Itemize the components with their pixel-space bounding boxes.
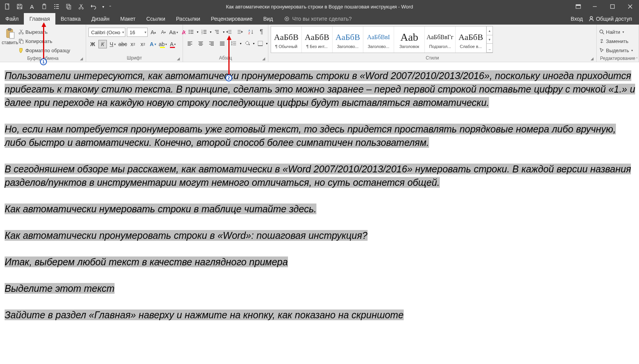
- close-icon[interactable]: [621, 0, 639, 13]
- svg-line-33: [602, 33, 604, 34]
- decrease-indent-button[interactable]: [225, 28, 234, 36]
- font-size-combo[interactable]: 16▾: [127, 28, 148, 37]
- increase-indent-button[interactable]: [235, 28, 245, 36]
- window-controls: [571, 0, 639, 13]
- svg-point-5: [79, 8, 80, 9]
- bullets-button[interactable]: ▾: [185, 28, 197, 36]
- svg-text:Z: Z: [248, 32, 250, 35]
- show-marks-button[interactable]: ¶: [257, 28, 266, 36]
- gallery-scroll[interactable]: ▴▾⎯: [486, 26, 493, 53]
- tab-mailings[interactable]: Рассылки: [171, 13, 206, 25]
- numbering-button[interactable]: 123▾: [198, 28, 210, 36]
- annotation-arrow-1: [42, 22, 46, 27]
- font-qat-icon[interactable]: A: [26, 0, 38, 13]
- style-item[interactable]: АаБбВСлабое в...: [456, 26, 486, 53]
- editing-group-label: Редактирование: [597, 55, 639, 62]
- svg-text:A: A: [248, 29, 250, 32]
- svg-rect-16: [10, 32, 14, 38]
- shading-button[interactable]: ▾: [241, 39, 253, 48]
- tab-insert[interactable]: Вставка: [55, 13, 86, 25]
- doc-paragraph: Зайдите в раздел «Главная» наверху и наж…: [5, 309, 404, 320]
- svg-rect-30: [258, 41, 263, 46]
- tab-layout[interactable]: Макет: [115, 13, 141, 25]
- align-right-button[interactable]: [207, 39, 216, 48]
- paste-button[interactable]: ставить: [2, 26, 18, 55]
- font-name-combo[interactable]: Calibri (Осно▾: [88, 28, 125, 37]
- clipboard-dialog-launcher[interactable]: ◢: [79, 56, 84, 61]
- align-left-button[interactable]: [185, 39, 195, 48]
- change-case-button[interactable]: Aa▾: [169, 28, 178, 36]
- superscript-button[interactable]: x2: [139, 40, 147, 48]
- grow-font-button[interactable]: A▴: [149, 28, 158, 36]
- doc-paragraph: В сегодняшнем обзоре мы расскажем, как а…: [5, 164, 631, 188]
- undo-icon[interactable]: [87, 0, 100, 13]
- svg-point-29: [249, 44, 250, 45]
- subscript-button[interactable]: x2: [129, 40, 137, 48]
- list-qat-icon[interactable]: [50, 0, 63, 13]
- underline-button[interactable]: Ч▾: [108, 40, 117, 48]
- paragraph-dialog-launcher[interactable]: ◢: [261, 56, 266, 61]
- save-icon[interactable]: [13, 0, 26, 13]
- tab-review[interactable]: Рецензирование: [206, 13, 258, 25]
- copy-button[interactable]: Копировать: [18, 37, 83, 45]
- svg-point-23: [189, 33, 190, 34]
- cut-button[interactable]: Вырезать: [18, 28, 83, 36]
- doc-paragraph: Но, если нам потребуется пронумеровать у…: [5, 124, 616, 148]
- copy-qat-icon[interactable]: [63, 0, 75, 13]
- select-button[interactable]: Выделить▾: [599, 46, 636, 55]
- sort-button[interactable]: AZ: [246, 28, 255, 36]
- svg-rect-20: [20, 40, 23, 44]
- signin-button[interactable]: Вход: [571, 16, 583, 22]
- redo-dropdown-icon[interactable]: ▾: [100, 0, 106, 13]
- font-color-button[interactable]: A▾: [169, 40, 177, 48]
- svg-rect-3: [67, 4, 70, 8]
- justify-button[interactable]: [218, 39, 227, 48]
- styles-gallery[interactable]: АаБбВ¶ ОбычныйАаБбВ¶ Без инт...АаБбВЗаго…: [271, 26, 493, 53]
- style-item[interactable]: АаБбВ¶ Без инт...: [302, 26, 333, 53]
- italic-button[interactable]: К: [98, 40, 107, 48]
- share-button[interactable]: Общий доступ: [588, 16, 632, 22]
- strikethrough-button[interactable]: abc: [118, 40, 127, 48]
- quick-access-toolbar: A ▾ ⁼: [0, 0, 113, 13]
- tab-file[interactable]: Файл: [0, 13, 24, 25]
- borders-button[interactable]: ▾: [255, 39, 266, 48]
- cut-qat-icon[interactable]: [75, 0, 87, 13]
- tab-references[interactable]: Ссылки: [141, 13, 170, 25]
- line-spacing-button[interactable]: ▾: [228, 39, 240, 48]
- style-item[interactable]: АаБбВ¶ Обычный: [271, 26, 302, 53]
- svg-point-32: [600, 30, 603, 33]
- svg-point-18: [22, 33, 23, 34]
- svg-point-22: [189, 31, 190, 33]
- qat-customize-icon[interactable]: ⁼: [106, 0, 113, 13]
- tab-design[interactable]: Дизайн: [86, 13, 115, 25]
- svg-rect-1: [43, 5, 46, 9]
- styles-dialog-launcher[interactable]: ◢: [589, 56, 595, 61]
- collapse-ribbon-icon[interactable]: ˄: [636, 57, 638, 61]
- tell-me-search[interactable]: Что вы хотите сделать?: [278, 13, 352, 25]
- highlight-button[interactable]: ab▾: [159, 40, 167, 48]
- bold-button[interactable]: Ж: [88, 40, 97, 48]
- maximize-icon[interactable]: [604, 0, 621, 13]
- ribbon-display-icon[interactable]: [571, 0, 586, 13]
- shrink-font-button[interactable]: A▾: [159, 28, 168, 36]
- document-body[interactable]: Пользователи интересуются, как автоматич…: [0, 62, 639, 325]
- find-button[interactable]: Найти▾: [599, 28, 636, 36]
- align-center-button[interactable]: [196, 39, 205, 48]
- minimize-icon[interactable]: [586, 0, 604, 13]
- tab-view[interactable]: Вид: [258, 13, 278, 25]
- text-effects-button[interactable]: A▾: [149, 40, 157, 48]
- style-item[interactable]: АаБбВЗаголово...: [333, 26, 363, 53]
- annotation-badge-2: 2: [225, 74, 232, 81]
- annotation-arrow-2: [227, 35, 231, 40]
- styles-group-label: Стили: [268, 54, 596, 62]
- new-doc-icon[interactable]: [1, 0, 13, 13]
- multilevel-list-button[interactable]: ▾: [211, 28, 223, 36]
- style-item[interactable]: АаБбВвГгПодзагол...: [425, 26, 456, 53]
- style-item[interactable]: АаБбВвІЗаголово...: [363, 26, 394, 53]
- font-dialog-launcher[interactable]: ◢: [176, 56, 181, 61]
- clipboard-qat-icon[interactable]: [38, 0, 50, 13]
- style-item[interactable]: AabЗаголовок: [394, 26, 425, 53]
- format-painter-button[interactable]: Формат по образцу: [18, 46, 83, 55]
- tab-home[interactable]: Главная: [24, 13, 55, 25]
- replace-button[interactable]: Заменить: [599, 37, 636, 45]
